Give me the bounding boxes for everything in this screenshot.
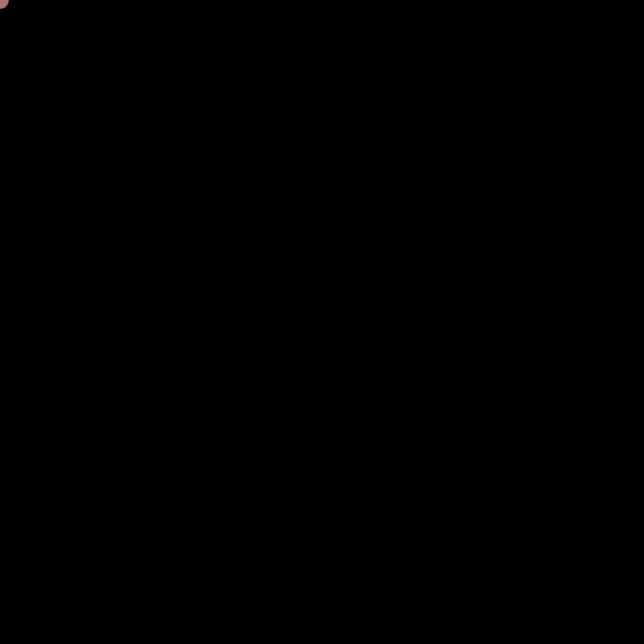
chart-frame	[0, 0, 644, 644]
axis-frame	[0, 0, 644, 644]
bottleneck-chart	[0, 0, 644, 644]
